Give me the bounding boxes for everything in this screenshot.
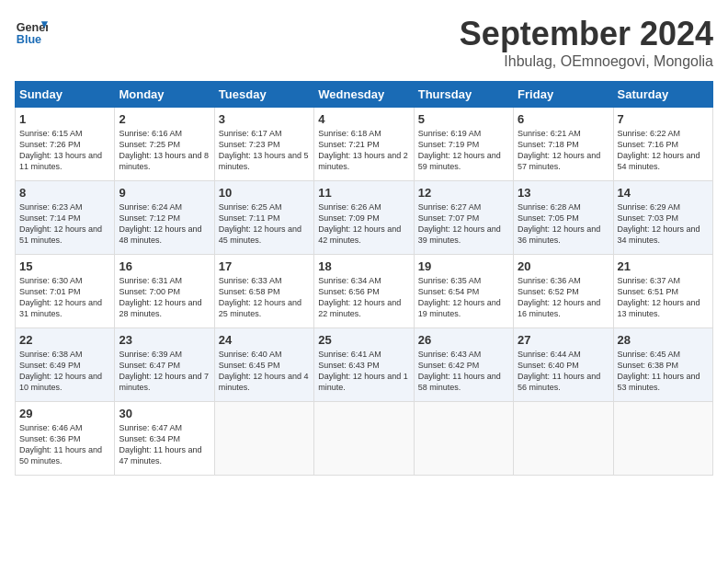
- day-number: 20: [518, 259, 609, 273]
- svg-text:Blue: Blue: [17, 33, 41, 46]
- cell-content: Sunrise: 6:46 AMSunset: 6:36 PMDaylight:…: [19, 422, 110, 467]
- cell-content: Sunrise: 6:27 AMSunset: 7:07 PMDaylight:…: [418, 201, 509, 247]
- day-number: 5: [418, 112, 509, 126]
- day-number: 16: [119, 259, 210, 273]
- calendar-week-1: 1Sunrise: 6:15 AMSunset: 7:26 PMDaylight…: [16, 108, 713, 181]
- weekday-header-tuesday: Tuesday: [214, 82, 313, 108]
- day-number: 29: [19, 407, 110, 420]
- weekday-header-sunday: Sunday: [16, 82, 115, 108]
- day-number: 1: [19, 112, 110, 126]
- day-number: 22: [19, 333, 110, 347]
- calendar-cell: 28Sunrise: 6:45 AMSunset: 6:38 PMDayligh…: [613, 328, 712, 402]
- calendar-cell: [314, 402, 414, 476]
- day-number: 9: [119, 186, 210, 200]
- cell-content: Sunrise: 6:29 AMSunset: 7:03 PMDaylight:…: [618, 201, 709, 247]
- cell-content: Sunrise: 6:41 AMSunset: 6:43 PMDaylight:…: [318, 349, 409, 394]
- logo-icon: General Blue: [15, 15, 48, 48]
- day-number: 18: [318, 259, 409, 273]
- day-number: 11: [318, 186, 409, 200]
- calendar-cell: [613, 402, 712, 476]
- calendar-cell: 17Sunrise: 6:33 AMSunset: 6:58 PMDayligh…: [214, 255, 313, 328]
- weekday-header-thursday: Thursday: [414, 82, 513, 108]
- month-title: September 2024: [460, 15, 713, 53]
- weekday-header-saturday: Saturday: [613, 82, 712, 108]
- cell-content: Sunrise: 6:33 AMSunset: 6:58 PMDaylight:…: [219, 275, 310, 320]
- calendar-table: SundayMondayTuesdayWednesdayThursdayFrid…: [15, 81, 713, 476]
- day-number: 25: [318, 333, 409, 347]
- cell-content: Sunrise: 6:37 AMSunset: 6:51 PMDaylight:…: [618, 275, 709, 320]
- calendar-cell: 11Sunrise: 6:26 AMSunset: 7:09 PMDayligh…: [314, 181, 414, 255]
- day-number: 3: [219, 112, 310, 126]
- calendar-cell: 25Sunrise: 6:41 AMSunset: 6:43 PMDayligh…: [314, 328, 414, 402]
- day-number: 14: [618, 186, 709, 200]
- cell-content: Sunrise: 6:36 AMSunset: 6:52 PMDaylight:…: [518, 275, 609, 320]
- day-number: 15: [19, 259, 110, 273]
- cell-content: Sunrise: 6:21 AMSunset: 7:18 PMDaylight:…: [518, 128, 609, 173]
- location-title: Ihbulag, OEmnoegovi, Mongolia: [460, 53, 713, 70]
- day-number: 30: [119, 407, 210, 420]
- day-number: 17: [219, 259, 310, 273]
- cell-content: Sunrise: 6:25 AMSunset: 7:11 PMDaylight:…: [219, 201, 310, 247]
- cell-content: Sunrise: 6:15 AMSunset: 7:26 PMDaylight:…: [19, 128, 110, 173]
- cell-content: Sunrise: 6:23 AMSunset: 7:14 PMDaylight:…: [19, 201, 110, 247]
- calendar-cell: [414, 402, 513, 476]
- cell-content: Sunrise: 6:34 AMSunset: 6:56 PMDaylight:…: [318, 275, 409, 320]
- cell-content: Sunrise: 6:47 AMSunset: 6:34 PMDaylight:…: [119, 422, 210, 467]
- calendar-cell: 27Sunrise: 6:44 AMSunset: 6:40 PMDayligh…: [514, 328, 613, 402]
- calendar-cell: 20Sunrise: 6:36 AMSunset: 6:52 PMDayligh…: [514, 255, 613, 328]
- day-number: 26: [418, 333, 509, 347]
- day-number: 19: [418, 259, 509, 273]
- calendar-cell: 22Sunrise: 6:38 AMSunset: 6:49 PMDayligh…: [16, 328, 115, 402]
- calendar-cell: 12Sunrise: 6:27 AMSunset: 7:07 PMDayligh…: [414, 181, 513, 255]
- calendar-cell: 9Sunrise: 6:24 AMSunset: 7:12 PMDaylight…: [115, 181, 214, 255]
- calendar-cell: 26Sunrise: 6:43 AMSunset: 6:42 PMDayligh…: [414, 328, 513, 402]
- calendar-week-4: 22Sunrise: 6:38 AMSunset: 6:49 PMDayligh…: [16, 328, 713, 402]
- day-number: 28: [618, 333, 709, 347]
- calendar-cell: 6Sunrise: 6:21 AMSunset: 7:18 PMDaylight…: [514, 108, 613, 181]
- calendar-cell: 21Sunrise: 6:37 AMSunset: 6:51 PMDayligh…: [613, 255, 712, 328]
- weekday-header-friday: Friday: [514, 82, 613, 108]
- cell-content: Sunrise: 6:45 AMSunset: 6:38 PMDaylight:…: [618, 349, 709, 394]
- calendar-cell: 5Sunrise: 6:19 AMSunset: 7:19 PMDaylight…: [414, 108, 513, 181]
- cell-content: Sunrise: 6:17 AMSunset: 7:23 PMDaylight:…: [219, 128, 310, 173]
- calendar-cell: 13Sunrise: 6:28 AMSunset: 7:05 PMDayligh…: [514, 181, 613, 255]
- logo: General Blue: [15, 15, 48, 48]
- cell-content: Sunrise: 6:31 AMSunset: 7:00 PMDaylight:…: [119, 275, 210, 320]
- cell-content: Sunrise: 6:24 AMSunset: 7:12 PMDaylight:…: [119, 201, 210, 247]
- cell-content: Sunrise: 6:18 AMSunset: 7:21 PMDaylight:…: [318, 128, 409, 173]
- calendar-cell: 18Sunrise: 6:34 AMSunset: 6:56 PMDayligh…: [314, 255, 414, 328]
- calendar-cell: 4Sunrise: 6:18 AMSunset: 7:21 PMDaylight…: [314, 108, 414, 181]
- calendar-cell: 3Sunrise: 6:17 AMSunset: 7:23 PMDaylight…: [214, 108, 313, 181]
- cell-content: Sunrise: 6:28 AMSunset: 7:05 PMDaylight:…: [518, 201, 609, 247]
- day-number: 21: [618, 259, 709, 273]
- cell-content: Sunrise: 6:35 AMSunset: 6:54 PMDaylight:…: [418, 275, 509, 320]
- calendar-cell: 15Sunrise: 6:30 AMSunset: 7:01 PMDayligh…: [16, 255, 115, 328]
- cell-content: Sunrise: 6:44 AMSunset: 6:40 PMDaylight:…: [518, 349, 609, 394]
- cell-content: Sunrise: 6:40 AMSunset: 6:45 PMDaylight:…: [219, 349, 310, 394]
- day-number: 6: [518, 112, 609, 126]
- calendar-cell: 10Sunrise: 6:25 AMSunset: 7:11 PMDayligh…: [214, 181, 313, 255]
- calendar-cell: [214, 402, 313, 476]
- calendar-cell: 23Sunrise: 6:39 AMSunset: 6:47 PMDayligh…: [115, 328, 214, 402]
- day-number: 23: [119, 333, 210, 347]
- day-number: 7: [618, 112, 709, 126]
- calendar-week-5: 29Sunrise: 6:46 AMSunset: 6:36 PMDayligh…: [16, 402, 713, 476]
- day-number: 2: [119, 112, 210, 126]
- cell-content: Sunrise: 6:39 AMSunset: 6:47 PMDaylight:…: [119, 349, 210, 394]
- calendar-week-3: 15Sunrise: 6:30 AMSunset: 7:01 PMDayligh…: [16, 255, 713, 328]
- day-number: 27: [518, 333, 609, 347]
- header: General Blue September 2024 Ihbulag, OEm…: [15, 15, 713, 70]
- day-number: 4: [318, 112, 409, 126]
- calendar-cell: 1Sunrise: 6:15 AMSunset: 7:26 PMDaylight…: [16, 108, 115, 181]
- cell-content: Sunrise: 6:16 AMSunset: 7:25 PMDaylight:…: [119, 128, 210, 173]
- day-number: 8: [19, 186, 110, 200]
- day-number: 13: [518, 186, 609, 200]
- cell-content: Sunrise: 6:38 AMSunset: 6:49 PMDaylight:…: [19, 349, 110, 394]
- cell-content: Sunrise: 6:30 AMSunset: 7:01 PMDaylight:…: [19, 275, 110, 320]
- cell-content: Sunrise: 6:22 AMSunset: 7:16 PMDaylight:…: [618, 128, 709, 173]
- calendar-cell: 14Sunrise: 6:29 AMSunset: 7:03 PMDayligh…: [613, 181, 712, 255]
- calendar-cell: 30Sunrise: 6:47 AMSunset: 6:34 PMDayligh…: [115, 402, 214, 476]
- cell-content: Sunrise: 6:26 AMSunset: 7:09 PMDaylight:…: [318, 201, 409, 247]
- calendar-cell: 8Sunrise: 6:23 AMSunset: 7:14 PMDaylight…: [16, 181, 115, 255]
- day-number: 10: [219, 186, 310, 200]
